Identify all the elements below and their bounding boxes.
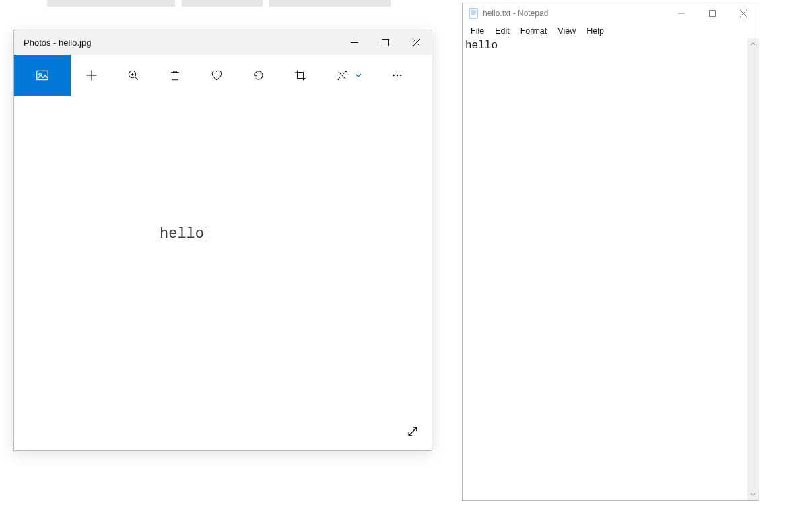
- edit-dropdown-arrow[interactable]: [355, 72, 362, 79]
- maximize-icon: [382, 39, 389, 46]
- svg-rect-4: [37, 71, 48, 79]
- window-controls: [339, 30, 432, 55]
- zoom-in-icon: [127, 69, 139, 81]
- favorite-button[interactable]: [196, 55, 238, 96]
- ellipsis-icon: [391, 69, 403, 81]
- svg-point-16: [397, 75, 398, 76]
- menu-format[interactable]: Format: [515, 25, 553, 37]
- notepad-window-controls: [666, 3, 759, 24]
- rotate-button[interactable]: [238, 55, 279, 96]
- notepad-maximize-button[interactable]: [697, 3, 728, 24]
- picture-icon: [36, 69, 49, 82]
- delete-button[interactable]: [154, 55, 196, 96]
- crop-button[interactable]: [279, 55, 321, 96]
- background-fragment: [182, 0, 263, 7]
- vertical-scrollbar[interactable]: [747, 38, 759, 500]
- photos-window: Photos - hello.jpg: [13, 30, 432, 451]
- svg-line-9: [135, 77, 138, 80]
- notepad-editor-area: hello: [463, 38, 759, 500]
- chevron-down-icon: [355, 72, 362, 79]
- minimize-button[interactable]: [339, 30, 370, 55]
- notepad-close-button[interactable]: [728, 3, 759, 24]
- edit-draw-icon: [336, 69, 348, 81]
- svg-point-17: [400, 75, 401, 76]
- scroll-down-button[interactable]: [747, 489, 759, 500]
- photos-titlebar[interactable]: Photos - hello.jpg: [14, 30, 432, 55]
- add-button[interactable]: [71, 55, 112, 96]
- menu-help[interactable]: Help: [581, 25, 609, 37]
- notepad-minimize-button[interactable]: [666, 3, 697, 24]
- minimize-icon: [351, 39, 358, 46]
- menu-edit[interactable]: Edit: [489, 25, 515, 37]
- more-button[interactable]: [380, 69, 414, 81]
- background-fragment: [269, 0, 391, 7]
- close-icon: [740, 10, 747, 17]
- scroll-up-button[interactable]: [747, 38, 759, 50]
- notepad-window: hello.txt - Notepad File Edit Format Vie…: [462, 3, 759, 501]
- notepad-menubar: File Edit Format View Help: [463, 24, 759, 38]
- notepad-title: hello.txt - Notepad: [483, 9, 666, 18]
- rotate-icon: [252, 69, 265, 81]
- close-icon: [413, 39, 420, 46]
- chevron-down-icon: [750, 491, 756, 497]
- zoom-button[interactable]: [112, 55, 154, 96]
- photos-title: Photos - hello.jpg: [24, 38, 339, 48]
- image-content-text: hello: [160, 227, 205, 242]
- minimize-icon: [678, 10, 685, 17]
- fullscreen-button[interactable]: [403, 422, 422, 441]
- heart-icon: [211, 69, 223, 81]
- notepad-app-icon: [468, 8, 479, 19]
- maximize-button[interactable]: [370, 30, 401, 55]
- plus-icon: [85, 69, 98, 82]
- chevron-up-icon: [750, 41, 756, 47]
- crop-icon: [294, 69, 306, 81]
- notepad-textarea[interactable]: hello: [463, 38, 747, 500]
- menu-view[interactable]: View: [552, 25, 581, 37]
- close-button[interactable]: [401, 30, 432, 55]
- view-collection-button[interactable]: [14, 55, 71, 96]
- svg-point-15: [393, 75, 395, 76]
- svg-rect-24: [710, 11, 716, 17]
- notepad-titlebar[interactable]: hello.txt - Notepad: [463, 3, 759, 24]
- svg-rect-1: [382, 39, 388, 46]
- trash-icon: [169, 69, 181, 81]
- photos-canvas[interactable]: hello: [14, 96, 432, 450]
- maximize-icon: [709, 10, 716, 17]
- menu-file[interactable]: File: [465, 25, 489, 37]
- photos-toolbar: [14, 55, 432, 96]
- expand-icon: [406, 425, 419, 438]
- background-fragment: [47, 0, 175, 7]
